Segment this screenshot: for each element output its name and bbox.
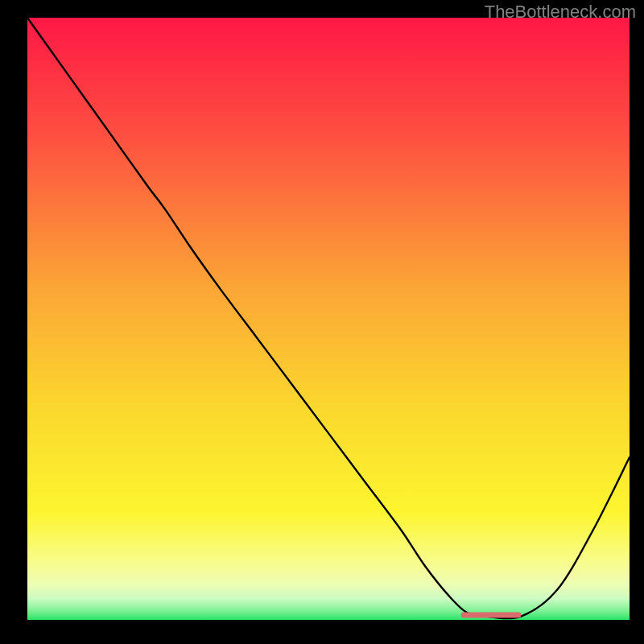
chart-svg bbox=[27, 18, 630, 620]
gradient-background bbox=[27, 18, 630, 620]
watermark-text: TheBottleneck.com bbox=[485, 2, 636, 23]
plot-area bbox=[27, 18, 630, 620]
minimum-marker bbox=[461, 613, 522, 618]
chart-container: TheBottleneck.com bbox=[0, 0, 644, 644]
